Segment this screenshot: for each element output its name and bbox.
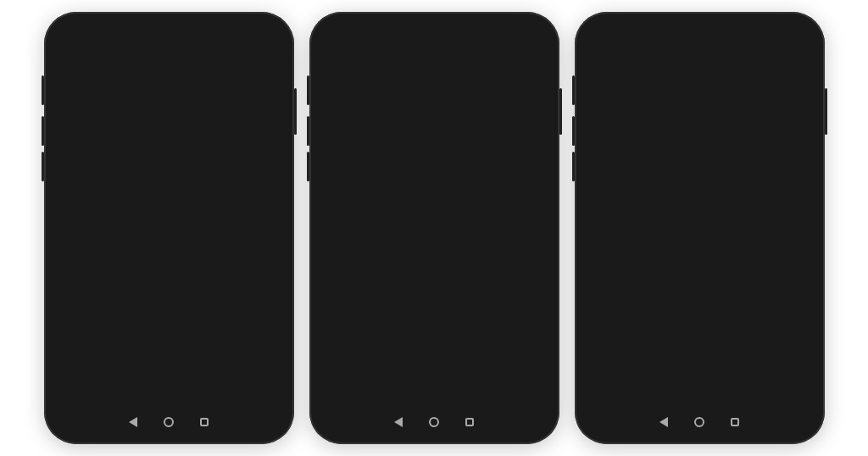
filter-shopping-2[interactable]: 🛒 bbox=[491, 70, 515, 92]
map-details-title: MAP DETAILS bbox=[598, 177, 801, 186]
map-type-satellite[interactable]: Satellite bbox=[651, 121, 695, 167]
svg-point-27 bbox=[260, 325, 264, 329]
search-input-3[interactable]: Search Google Maps bbox=[619, 42, 757, 52]
svg-point-133 bbox=[791, 325, 794, 329]
nav-home-2[interactable] bbox=[428, 416, 440, 428]
nav-recents-2[interactable] bbox=[464, 416, 476, 428]
map-details-row-2: COVID-19Info 3D bbox=[598, 244, 801, 297]
takeout-icon-1: 🥡 bbox=[66, 77, 76, 86]
streetview-icon-box bbox=[693, 244, 734, 276]
3d-icon bbox=[656, 250, 676, 270]
navigate-fab-1[interactable] bbox=[242, 346, 275, 380]
navigate-fab-2[interactable] bbox=[507, 346, 541, 380]
map-type-terrain[interactable]: Terrain bbox=[704, 121, 748, 167]
location-icon-3 bbox=[786, 320, 799, 334]
phone-nav-3 bbox=[583, 410, 816, 434]
phone-nav-1 bbox=[53, 410, 286, 434]
phone-nav-2 bbox=[318, 410, 551, 434]
filter-gas-2[interactable]: ⛽ Gas bbox=[444, 70, 486, 92]
filter-delivery-1[interactable]: 🚴 Delivery bbox=[119, 70, 175, 92]
user-avatar-1[interactable] bbox=[250, 36, 270, 57]
traffic-icon-box bbox=[646, 193, 687, 225]
navigate-fab-3[interactable] bbox=[772, 346, 806, 380]
transit-icon bbox=[609, 199, 629, 220]
user-avatar-3[interactable] bbox=[781, 36, 801, 57]
search-input-1[interactable]: Search Google Maps bbox=[88, 42, 226, 52]
delivery-icon-1: 🚴 bbox=[125, 77, 136, 86]
svg-rect-104 bbox=[653, 123, 670, 138]
svg-rect-127 bbox=[661, 259, 671, 269]
google-maps-logo-2 bbox=[333, 37, 348, 56]
svg-rect-23 bbox=[236, 41, 240, 48]
svg-point-21 bbox=[73, 42, 77, 47]
filter-delivery-2[interactable]: 🚴 Delivery bbox=[384, 70, 440, 92]
svg-rect-107 bbox=[657, 142, 672, 154]
nav-recents-1[interactable] bbox=[198, 416, 210, 428]
shopping-icon-1: 🛒 bbox=[232, 77, 242, 86]
search-bar-3[interactable]: Search Google Maps bbox=[590, 31, 810, 63]
svg-rect-98 bbox=[600, 123, 643, 155]
google-watermark-2: Google bbox=[325, 375, 351, 383]
layers-button-2[interactable] bbox=[514, 102, 541, 129]
filter-gas-3[interactable]: ⛽ Gas bbox=[709, 70, 751, 92]
map-type-default[interactable]: Default bbox=[598, 121, 643, 167]
svg-rect-95 bbox=[767, 41, 771, 48]
nav-recents-3[interactable] bbox=[729, 416, 741, 428]
location-icon-2 bbox=[520, 320, 534, 334]
nav-back-2[interactable] bbox=[392, 416, 404, 428]
filter-takeout-1[interactable]: 🥡 Takeout bbox=[59, 70, 114, 92]
map-type-row: Default bbox=[598, 121, 801, 167]
location-button-1[interactable] bbox=[248, 314, 275, 341]
detail-covid[interactable]: COVID-19Info bbox=[598, 244, 639, 297]
mic-icon-3[interactable] bbox=[762, 40, 776, 53]
navigate-icon-2 bbox=[515, 354, 532, 371]
google-maps-logo-3 bbox=[598, 37, 614, 56]
detail-bicycling[interactable]: Bicycling bbox=[693, 193, 734, 237]
filter-takeout-3[interactable]: 🥡 Takeout bbox=[590, 70, 645, 92]
nav-home-3[interactable] bbox=[693, 416, 705, 428]
covid-icon-box bbox=[598, 244, 639, 276]
navigate-icon-1 bbox=[250, 354, 267, 371]
user-avatar-2[interactable] bbox=[515, 36, 536, 57]
location-button-3[interactable] bbox=[779, 314, 806, 341]
covid-icon bbox=[609, 250, 629, 270]
svg-point-50 bbox=[338, 42, 342, 47]
nav-back-1[interactable] bbox=[127, 416, 139, 428]
layers-button-1[interactable] bbox=[248, 102, 275, 129]
google-watermark-3: Google bbox=[590, 375, 616, 383]
search-input-2[interactable]: Search Google Maps bbox=[353, 42, 492, 52]
search-bar-1[interactable]: Search Google Maps bbox=[59, 31, 279, 63]
mic-icon-1[interactable] bbox=[231, 40, 245, 53]
svg-rect-111 bbox=[614, 203, 618, 207]
navigate-icon-3 bbox=[781, 354, 798, 371]
search-bar-2[interactable]: Search Google Maps bbox=[325, 31, 544, 63]
svg-rect-17 bbox=[61, 280, 116, 353]
filter-takeout-2[interactable]: 🥡 Takeout bbox=[325, 70, 380, 92]
filter-shopping-1[interactable]: 🛒 bbox=[225, 70, 249, 92]
filter-shopping-3[interactable]: 🛒 bbox=[756, 70, 780, 92]
phone-screen-3: Pike PlaceMarket Living Computers Museum… bbox=[583, 22, 816, 434]
svg-point-56 bbox=[526, 325, 529, 329]
svg-rect-16 bbox=[99, 151, 173, 206]
location-button-2[interactable] bbox=[514, 314, 541, 341]
map-details-row-1: Transit Traffic bbox=[598, 193, 801, 237]
layers-icon-2 bbox=[520, 108, 535, 123]
streetview-icon bbox=[704, 250, 724, 270]
location-icon-1 bbox=[255, 320, 269, 334]
filter-delivery-3[interactable]: 🚴 Delivery bbox=[649, 70, 705, 92]
nav-back-3[interactable] bbox=[658, 416, 670, 428]
svg-point-126 bbox=[617, 264, 620, 267]
3d-icon-box bbox=[646, 244, 687, 276]
map-type-title: MAP TYPE bbox=[598, 105, 801, 114]
detail-transit[interactable]: Transit bbox=[598, 193, 639, 237]
phone-southamerica: Aruba71.2 Curaçao Caracas Venezuela3.5 ↗… bbox=[309, 12, 559, 444]
phone-screen-2: Aruba71.2 Curaçao Caracas Venezuela3.5 ↗… bbox=[318, 22, 551, 434]
detail-streetview[interactable]: Street View bbox=[693, 244, 734, 297]
filter-gas-1[interactable]: ⛽ Gas bbox=[179, 70, 220, 92]
mic-icon-2[interactable] bbox=[497, 40, 510, 53]
svg-rect-108 bbox=[676, 142, 693, 154]
detail-traffic[interactable]: Traffic bbox=[646, 193, 687, 237]
nav-home-1[interactable] bbox=[163, 416, 175, 428]
detail-3d[interactable]: 3D bbox=[646, 244, 687, 297]
quick-filters-2: 🥡 Takeout 🚴 Delivery ⛽ Gas 🛒 bbox=[318, 68, 551, 95]
